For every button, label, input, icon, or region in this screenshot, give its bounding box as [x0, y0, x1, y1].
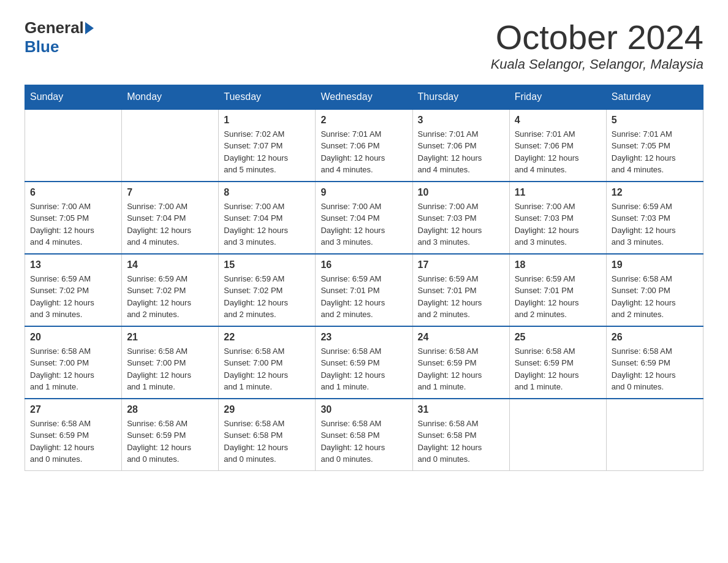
day-number: 1: [224, 115, 310, 126]
week-row-1: 6Sunrise: 7:00 AM Sunset: 7:05 PM Daylig…: [25, 182, 703, 254]
calendar-cell: 21Sunrise: 6:58 AM Sunset: 7:00 PM Dayli…: [122, 326, 219, 399]
calendar-cell: 6Sunrise: 7:00 AM Sunset: 7:05 PM Daylig…: [25, 182, 122, 254]
day-info: Sunrise: 7:00 AM Sunset: 7:03 PM Dayligh…: [418, 201, 504, 248]
logo-general-text: General: [25, 18, 84, 37]
day-number: 8: [224, 187, 310, 198]
day-info: Sunrise: 6:59 AM Sunset: 7:01 PM Dayligh…: [418, 273, 504, 321]
calendar-cell: 30Sunrise: 6:58 AM Sunset: 6:58 PM Dayli…: [316, 399, 412, 471]
day-info: Sunrise: 7:00 AM Sunset: 7:03 PM Dayligh…: [515, 201, 601, 248]
day-number: 31: [418, 404, 504, 415]
calendar-cell: 14Sunrise: 6:59 AM Sunset: 7:02 PM Dayli…: [122, 254, 219, 326]
week-row-3: 20Sunrise: 6:58 AM Sunset: 7:00 PM Dayli…: [25, 326, 703, 399]
logo-blue-text: Blue: [25, 37, 59, 56]
day-number: 19: [612, 259, 698, 270]
calendar-cell: 25Sunrise: 6:58 AM Sunset: 6:59 PM Dayli…: [509, 326, 606, 399]
day-info: Sunrise: 6:58 AM Sunset: 6:59 PM Dayligh…: [30, 418, 116, 465]
day-number: 23: [320, 332, 407, 343]
calendar-cell: 11Sunrise: 7:00 AM Sunset: 7:03 PM Dayli…: [509, 182, 606, 254]
calendar-cell: 27Sunrise: 6:58 AM Sunset: 6:59 PM Dayli…: [25, 399, 122, 471]
calendar-cell: 9Sunrise: 7:00 AM Sunset: 7:04 PM Daylig…: [316, 182, 412, 254]
day-number: 18: [515, 259, 601, 270]
day-number: 14: [127, 259, 213, 270]
calendar-cell: 2Sunrise: 7:01 AM Sunset: 7:06 PM Daylig…: [316, 109, 412, 182]
day-info: Sunrise: 6:58 AM Sunset: 6:58 PM Dayligh…: [224, 418, 310, 465]
day-info: Sunrise: 6:58 AM Sunset: 6:59 PM Dayligh…: [418, 345, 504, 393]
day-info: Sunrise: 6:58 AM Sunset: 6:59 PM Dayligh…: [515, 345, 601, 393]
calendar-cell: 10Sunrise: 7:00 AM Sunset: 7:03 PM Dayli…: [412, 182, 509, 254]
calendar-cell: 18Sunrise: 6:59 AM Sunset: 7:01 PM Dayli…: [509, 254, 606, 326]
day-info: Sunrise: 6:58 AM Sunset: 6:59 PM Dayligh…: [320, 345, 407, 393]
day-number: 7: [127, 187, 213, 198]
calendar-cell: 28Sunrise: 6:58 AM Sunset: 6:59 PM Dayli…: [122, 399, 219, 471]
calendar-cell: 23Sunrise: 6:58 AM Sunset: 6:59 PM Dayli…: [316, 326, 412, 399]
day-info: Sunrise: 6:58 AM Sunset: 7:00 PM Dayligh…: [612, 273, 698, 321]
day-number: 25: [515, 332, 601, 343]
day-number: 26: [612, 332, 698, 343]
day-info: Sunrise: 6:59 AM Sunset: 7:02 PM Dayligh…: [127, 273, 213, 321]
calendar-cell: 5Sunrise: 7:01 AM Sunset: 7:05 PM Daylig…: [606, 109, 703, 182]
day-number: 4: [515, 115, 601, 126]
calendar-cell: 22Sunrise: 6:58 AM Sunset: 7:00 PM Dayli…: [219, 326, 316, 399]
calendar-cell: 3Sunrise: 7:01 AM Sunset: 7:06 PM Daylig…: [412, 109, 509, 182]
day-info: Sunrise: 7:00 AM Sunset: 7:04 PM Dayligh…: [224, 201, 310, 248]
day-number: 15: [224, 259, 310, 270]
day-number: 11: [515, 187, 601, 198]
day-number: 2: [320, 115, 407, 126]
day-number: 17: [418, 259, 504, 270]
day-info: Sunrise: 6:58 AM Sunset: 7:00 PM Dayligh…: [127, 345, 213, 393]
day-info: Sunrise: 7:00 AM Sunset: 7:04 PM Dayligh…: [320, 201, 407, 248]
week-row-2: 13Sunrise: 6:59 AM Sunset: 7:02 PM Dayli…: [25, 254, 703, 326]
day-info: Sunrise: 7:01 AM Sunset: 7:06 PM Dayligh…: [515, 128, 601, 176]
day-number: 9: [320, 187, 407, 198]
calendar-cell: [25, 109, 122, 182]
day-number: 5: [612, 115, 698, 126]
day-number: 21: [127, 332, 213, 343]
logo-arrow-icon: [85, 22, 94, 34]
weekday-header-monday: Monday: [122, 85, 219, 109]
weekday-header-saturday: Saturday: [606, 85, 703, 109]
day-info: Sunrise: 7:01 AM Sunset: 7:05 PM Dayligh…: [612, 128, 698, 176]
day-number: 22: [224, 332, 310, 343]
day-info: Sunrise: 6:58 AM Sunset: 6:58 PM Dayligh…: [320, 418, 407, 465]
calendar-cell: [122, 109, 219, 182]
day-info: Sunrise: 7:01 AM Sunset: 7:06 PM Dayligh…: [320, 128, 407, 176]
calendar-cell: [606, 399, 703, 471]
day-info: Sunrise: 6:59 AM Sunset: 7:03 PM Dayligh…: [612, 201, 698, 248]
weekday-header-wednesday: Wednesday: [316, 85, 412, 109]
day-info: Sunrise: 7:00 AM Sunset: 7:05 PM Dayligh…: [30, 201, 116, 248]
day-info: Sunrise: 6:58 AM Sunset: 6:58 PM Dayligh…: [418, 418, 504, 465]
day-info: Sunrise: 6:58 AM Sunset: 6:59 PM Dayligh…: [612, 345, 698, 393]
calendar-cell: 17Sunrise: 6:59 AM Sunset: 7:01 PM Dayli…: [412, 254, 509, 326]
day-info: Sunrise: 6:58 AM Sunset: 7:00 PM Dayligh…: [30, 345, 116, 393]
day-number: 6: [30, 187, 116, 198]
weekday-header-sunday: Sunday: [25, 85, 122, 109]
title-block: October 2024 Kuala Selangor, Selangor, M…: [491, 18, 703, 72]
week-row-0: 1Sunrise: 7:02 AM Sunset: 7:07 PM Daylig…: [25, 109, 703, 182]
day-info: Sunrise: 6:59 AM Sunset: 7:01 PM Dayligh…: [320, 273, 407, 321]
calendar-cell: 8Sunrise: 7:00 AM Sunset: 7:04 PM Daylig…: [219, 182, 316, 254]
calendar-cell: 7Sunrise: 7:00 AM Sunset: 7:04 PM Daylig…: [122, 182, 219, 254]
day-info: Sunrise: 6:59 AM Sunset: 7:01 PM Dayligh…: [515, 273, 601, 321]
day-number: 12: [612, 187, 698, 198]
day-number: 13: [30, 259, 116, 270]
day-info: Sunrise: 7:01 AM Sunset: 7:06 PM Dayligh…: [418, 128, 504, 176]
weekday-header-tuesday: Tuesday: [219, 85, 316, 109]
day-number: 24: [418, 332, 504, 343]
weekday-header-row: SundayMondayTuesdayWednesdayThursdayFrid…: [25, 85, 703, 109]
week-row-4: 27Sunrise: 6:58 AM Sunset: 6:59 PM Dayli…: [25, 399, 703, 471]
calendar-cell: 19Sunrise: 6:58 AM Sunset: 7:00 PM Dayli…: [606, 254, 703, 326]
day-info: Sunrise: 7:02 AM Sunset: 7:07 PM Dayligh…: [224, 128, 310, 176]
calendar-cell: 1Sunrise: 7:02 AM Sunset: 7:07 PM Daylig…: [219, 109, 316, 182]
day-info: Sunrise: 6:59 AM Sunset: 7:02 PM Dayligh…: [224, 273, 310, 321]
day-info: Sunrise: 6:59 AM Sunset: 7:02 PM Dayligh…: [30, 273, 116, 321]
day-number: 28: [127, 404, 213, 415]
calendar-cell: 15Sunrise: 6:59 AM Sunset: 7:02 PM Dayli…: [219, 254, 316, 326]
day-number: 30: [320, 404, 407, 415]
day-info: Sunrise: 6:58 AM Sunset: 7:00 PM Dayligh…: [224, 345, 310, 393]
day-number: 20: [30, 332, 116, 343]
location-title: Kuala Selangor, Selangor, Malaysia: [491, 56, 703, 72]
calendar-cell: 20Sunrise: 6:58 AM Sunset: 7:00 PM Dayli…: [25, 326, 122, 399]
calendar-cell: [509, 399, 606, 471]
day-number: 10: [418, 187, 504, 198]
day-info: Sunrise: 6:58 AM Sunset: 6:59 PM Dayligh…: [127, 418, 213, 465]
